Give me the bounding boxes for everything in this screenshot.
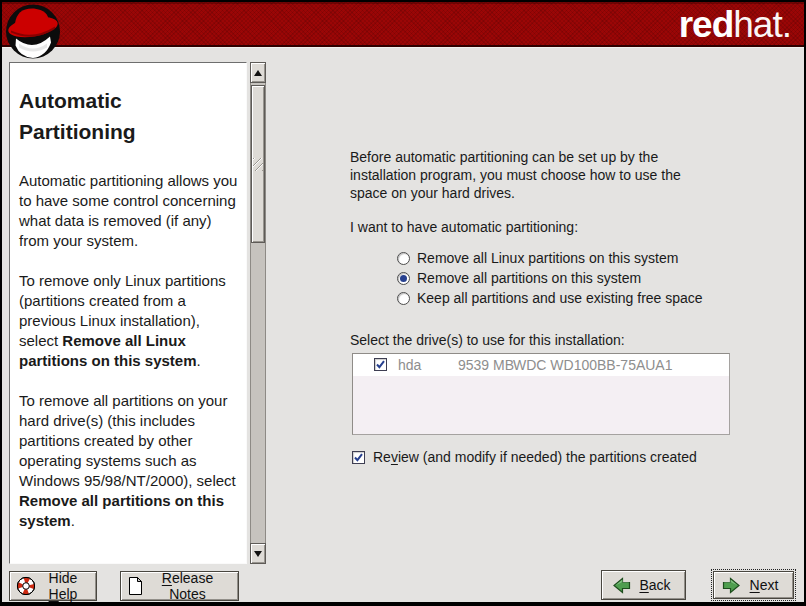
- help-text: .: [197, 352, 201, 369]
- partitioning-options: Remove all Linux partitions on this syst…: [397, 248, 703, 308]
- next-button[interactable]: Next: [713, 571, 794, 599]
- release-notes-label: Release Notes: [143, 570, 232, 602]
- drive-checkbox-checked[interactable]: [374, 358, 387, 371]
- back-arrow-icon: [612, 577, 631, 594]
- drive-size: 9539 MB: [458, 357, 514, 373]
- review-checkbox-label: Review (and modify if needed) the partit…: [373, 449, 697, 465]
- help-panel: Automatic Partitioning Automatic partiti…: [9, 62, 247, 564]
- back-button[interactable]: Back: [601, 570, 686, 600]
- scroll-down-button[interactable]: [250, 543, 266, 564]
- check-icon: [375, 359, 386, 370]
- hide-help-button[interactable]: Hide Help: [9, 571, 97, 601]
- wordmark-period: .: [782, 4, 791, 45]
- help-scrollbar[interactable]: [250, 62, 266, 564]
- redhat-shadowman-logo-icon: [5, 3, 61, 60]
- radio-icon: [397, 292, 410, 305]
- label-text: elp: [59, 586, 78, 602]
- label-mnemonic: R: [162, 570, 172, 586]
- help-text-bold: Remove all partitions on this system: [19, 492, 224, 529]
- help-paragraph-1: Automatic partitioning allows you to hav…: [19, 171, 238, 251]
- radio-icon: [397, 252, 410, 265]
- back-label: Back: [631, 577, 679, 593]
- banner: redhat.: [2, 2, 804, 47]
- drive-model: WDC WD100BB-75AUA1: [513, 357, 673, 373]
- label-text: Re: [373, 449, 391, 465]
- drive-list: hda 9539 MB WDC WD100BB-75AUA1: [352, 353, 730, 435]
- scrollbar-thumb[interactable]: [251, 85, 265, 243]
- wordmark-regular: hat: [733, 4, 781, 45]
- hide-help-label: Hide Help: [36, 570, 90, 602]
- help-paragraph-2: To remove only Linux partitions (partiti…: [19, 271, 238, 371]
- intro-text: Before automatic partitioning can be set…: [350, 148, 696, 202]
- help-paragraph-3: To remove all partitions on your hard dr…: [19, 391, 238, 531]
- thumb-grip-icon: [253, 158, 263, 171]
- release-notes-button[interactable]: Release Notes: [120, 571, 239, 601]
- partitioning-prompt: I want to have automatic partitioning:: [350, 219, 578, 235]
- radio-label: Remove all partitions on this system: [417, 270, 641, 286]
- drive-device: hda: [398, 357, 421, 373]
- label-text: iew (and modify if needed) the partition…: [398, 449, 697, 465]
- life-ring-icon: [16, 576, 36, 596]
- next-button-focus-ring: Next: [711, 569, 796, 601]
- label-mnemonic: B: [639, 577, 648, 593]
- radio-keep-all-partitions[interactable]: Keep all partitions and use existing fre…: [397, 288, 703, 308]
- help-title: Automatic Partitioning: [19, 85, 204, 147]
- next-label: Next: [741, 577, 787, 593]
- check-icon: [353, 452, 364, 463]
- label-text: elease Notes: [169, 570, 213, 602]
- help-text: Automatic partitioning allows you to hav…: [19, 172, 237, 249]
- radio-label: Keep all partitions and use existing fre…: [417, 290, 703, 306]
- radio-selected-icon: [397, 272, 410, 285]
- wordmark-bold: red: [679, 4, 734, 45]
- label-mnemonic: v: [391, 449, 398, 465]
- label-text: Hide: [49, 570, 78, 586]
- review-partitions-checkbox-row[interactable]: Review (and modify if needed) the partit…: [352, 449, 697, 465]
- drive-select-label: Select the drive(s) to use for this inst…: [350, 332, 625, 348]
- scrollbar-trough[interactable]: [250, 83, 266, 543]
- radio-label: Remove all Linux partitions on this syst…: [417, 250, 678, 266]
- scroll-up-button[interactable]: [250, 62, 266, 83]
- document-icon: [127, 576, 143, 596]
- label-text: ack: [649, 577, 671, 593]
- review-checkbox-checked[interactable]: [352, 451, 365, 464]
- installer-window: redhat. Automatic Partitioning Automatic…: [0, 0, 806, 606]
- radio-remove-all-partitions[interactable]: Remove all partitions on this system: [397, 268, 703, 288]
- label-text: ext: [760, 577, 779, 593]
- drive-row-hda[interactable]: hda 9539 MB WDC WD100BB-75AUA1: [353, 354, 729, 376]
- radio-remove-linux-partitions[interactable]: Remove all Linux partitions on this syst…: [397, 248, 703, 268]
- redhat-wordmark: redhat.: [679, 4, 791, 45]
- scroll-down-icon: [254, 551, 262, 557]
- next-arrow-icon: [722, 577, 741, 594]
- help-text: .: [71, 512, 75, 529]
- scroll-up-icon: [254, 70, 262, 76]
- help-text: To remove all partitions on your hard dr…: [19, 392, 236, 489]
- label-mnemonic: H: [49, 586, 59, 602]
- label-mnemonic: N: [750, 577, 760, 593]
